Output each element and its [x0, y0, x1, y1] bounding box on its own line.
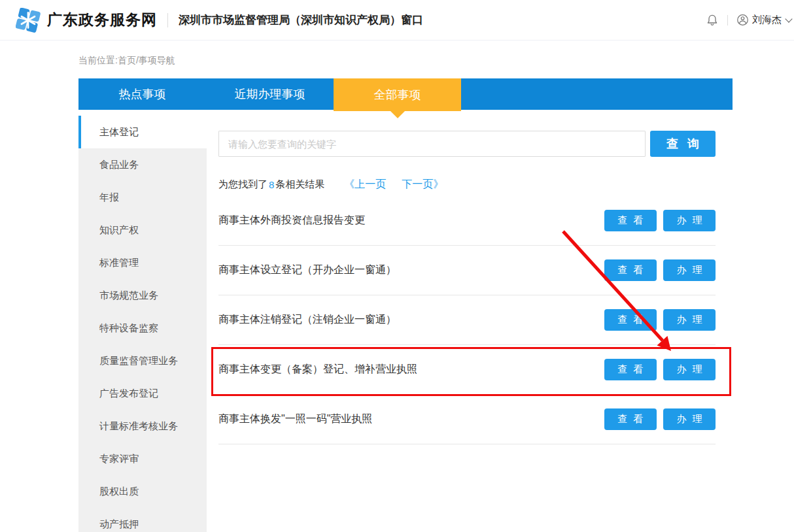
handle-button[interactable]: 办理: [663, 309, 716, 331]
item-actions: 查看 办理: [604, 359, 716, 380]
window-title: 深圳市市场监督管理局（深圳市知识产权局）窗口: [179, 12, 423, 27]
user-name: 刘海杰: [752, 14, 782, 26]
site-brand-title[interactable]: 广东政务服务网: [47, 10, 157, 30]
sidebar-item-standard-management[interactable]: 标准管理: [78, 246, 207, 279]
search-input[interactable]: [218, 131, 646, 157]
list-item-highlighted: 商事主体变更（备案）登记、增补营业执照 查看 办理: [218, 345, 716, 395]
content-area: 查询 为您找到了 8 条相关结果 《上一页 下一页》 商事主体外商投资信息报告变…: [218, 110, 716, 444]
handle-button[interactable]: 办理: [663, 259, 716, 281]
category-sidebar: 主体登记 食品业务 年报 知识产权 标准管理 市场规范业务 特种设备监察 质量监…: [78, 116, 207, 532]
sidebar-item-expert-review[interactable]: 专家评审: [78, 442, 207, 475]
next-page-link[interactable]: 下一页》: [402, 178, 443, 191]
sidebar-item-chattel-mortgage[interactable]: 动产抵押: [78, 508, 207, 532]
handle-button[interactable]: 办理: [663, 359, 716, 380]
item-actions: 查看 办理: [604, 408, 716, 430]
view-button[interactable]: 查看: [604, 259, 657, 281]
notification-bell-icon[interactable]: [706, 14, 719, 27]
view-button[interactable]: 查看: [604, 408, 657, 430]
sidebar-item-market-regulation[interactable]: 市场规范业务: [78, 279, 207, 312]
result-summary: 为您找到了 8 条相关结果 《上一页 下一页》: [218, 178, 716, 190]
item-title: 商事主体设立登记（开办企业一窗通）: [218, 263, 604, 277]
pagination: 《上一页 下一页》: [344, 178, 443, 191]
sidebar-item-quality-supervision[interactable]: 质量监督管理业务: [78, 344, 207, 377]
sidebar-item-metrology[interactable]: 计量标准考核业务: [78, 410, 207, 442]
tab-all-items[interactable]: 全部事项: [334, 78, 461, 111]
main-area: 主体登记 食品业务 年报 知识产权 标准管理 市场规范业务 特种设备监察 质量监…: [78, 110, 733, 532]
gov-pinwheel-logo-icon: [16, 8, 41, 33]
search-button[interactable]: 查询: [650, 131, 716, 157]
user-avatar-icon: [736, 14, 749, 26]
result-prefix: 为您找到了: [218, 178, 268, 191]
list-item: 商事主体注销登记（注销企业一窗通） 查看 办理: [218, 295, 716, 345]
header-divider: [727, 15, 728, 25]
item-actions: 查看 办理: [604, 309, 716, 331]
list-item: 商事主体换发"一照一码"营业执照 查看 办理: [218, 395, 716, 444]
handle-button[interactable]: 办理: [663, 408, 716, 430]
sidebar-item-annual-report[interactable]: 年报: [78, 181, 207, 214]
item-title: 商事主体变更（备案）登记、增补营业执照: [218, 363, 604, 376]
handle-button[interactable]: 办理: [663, 210, 716, 231]
sidebar-item-food-business[interactable]: 食品业务: [78, 148, 207, 181]
result-suffix: 条相关结果: [275, 178, 324, 191]
item-actions: 查看 办理: [604, 259, 716, 281]
item-title: 商事主体外商投资信息报告变更: [218, 214, 604, 227]
tab-hot-items[interactable]: 热点事项: [78, 78, 206, 110]
user-menu[interactable]: 刘海杰: [736, 14, 791, 26]
category-tabbar: 热点事项 近期办理事项 全部事项: [78, 78, 733, 110]
list-item: 商事主体外商投资信息报告变更 查看 办理: [218, 196, 716, 246]
prev-page-link[interactable]: 《上一页: [344, 178, 386, 191]
view-button[interactable]: 查看: [604, 359, 657, 380]
header-right-area: 刘海杰: [706, 14, 791, 27]
sidebar-item-equity-pledge[interactable]: 股权出质: [78, 475, 207, 508]
view-button[interactable]: 查看: [604, 210, 657, 231]
item-title: 商事主体换发"一照一码"营业执照: [218, 412, 604, 426]
view-button[interactable]: 查看: [604, 309, 657, 331]
breadcrumb: 当前位置:首页/事项导航: [78, 55, 794, 65]
app-header: 广东政务服务网 深圳市市场监督管理局（深圳市知识产权局）窗口 刘海杰: [0, 0, 794, 41]
item-title: 商事主体注销登记（注销企业一窗通）: [218, 313, 604, 327]
sidebar-item-special-equipment[interactable]: 特种设备监察: [78, 312, 207, 344]
search-bar: 查询: [218, 131, 716, 157]
result-count: 8: [268, 179, 275, 190]
item-actions: 查看 办理: [604, 210, 716, 231]
chevron-down-icon: [785, 15, 792, 22]
sidebar-item-ad-registration[interactable]: 广告发布登记: [78, 377, 207, 410]
service-item-list: 商事主体外商投资信息报告变更 查看 办理 商事主体设立登记（开办企业一窗通） 查…: [218, 196, 716, 444]
tab-recent-items[interactable]: 近期办理事项: [206, 78, 334, 110]
sidebar-item-intellectual-property[interactable]: 知识产权: [78, 214, 207, 246]
list-item: 商事主体设立登记（开办企业一窗通） 查看 办理: [218, 246, 716, 295]
header-divider: [167, 13, 168, 27]
sidebar-item-subject-registration[interactable]: 主体登记: [78, 116, 207, 148]
